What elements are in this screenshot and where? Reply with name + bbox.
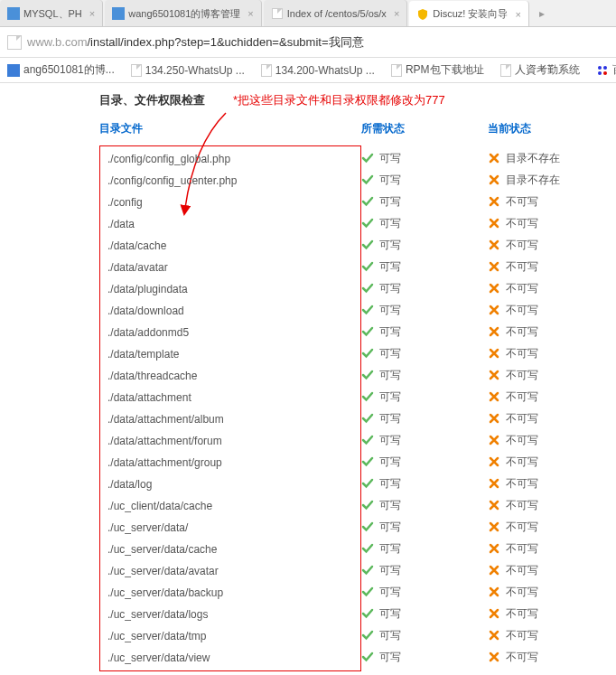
url-text[interactable]: www.b.com/install/index.php?step=1&uchid… — [27, 34, 364, 51]
bookmark-item[interactable]: RPM包下载地址 — [391, 62, 484, 78]
hint-text: *把这些目录文件和目录权限都修改为777 — [233, 92, 445, 108]
cell-path: ./data/attachment/group — [100, 456, 360, 469]
status-text: 可写 — [379, 563, 401, 578]
tab-label: Discuz! 安装向导 — [433, 7, 508, 21]
tab-label: MYSQL、PH — [23, 7, 82, 21]
cell-current: 不可写 — [488, 585, 596, 600]
status-text: 可写 — [379, 151, 401, 166]
browser-tab[interactable]: wang6501081的博客管理× — [105, 0, 262, 27]
check-icon — [361, 282, 374, 295]
cross-icon — [488, 542, 500, 555]
status-text: 不可写 — [506, 194, 538, 210]
cross-icon — [488, 282, 500, 295]
check-icon — [361, 499, 374, 511]
status-text: 可写 — [379, 194, 401, 210]
browser-tab[interactable]: Discuz! 安装向导× — [409, 1, 529, 27]
bookmark-item[interactable]: 人資考勤系统 — [500, 62, 580, 78]
new-tab-button[interactable]: ▸ — [531, 0, 553, 26]
cross-icon — [488, 607, 500, 620]
status-text: 目录不存在 — [506, 173, 560, 188]
status-text: 可写 — [379, 368, 401, 383]
cell-current: 目录不存在 — [488, 173, 596, 188]
check-icon — [361, 173, 374, 186]
address-bar: www.b.com/install/index.php?step=1&uchid… — [0, 27, 616, 58]
status-text: 不可写 — [506, 628, 538, 643]
check-icon — [361, 325, 374, 338]
table-row: ./data/attachment — [100, 387, 360, 408]
bookmark-item[interactable]: 134.250-WhatsUp ... — [131, 64, 245, 77]
status-text: 可写 — [379, 541, 401, 557]
cell-required: 可写 — [361, 389, 488, 405]
page-content: 目录、文件权限检查 *把这些目录文件和目录权限都修改为777 目录文件 所需状态… — [0, 83, 616, 675]
check-icon — [361, 586, 374, 598]
close-icon[interactable]: × — [394, 8, 399, 19]
bookmark-item[interactable]: ang6501081的博... — [7, 62, 115, 78]
browser-tab[interactable]: MYSQL、PH× — [0, 0, 103, 27]
cross-icon — [488, 564, 500, 577]
cross-icon — [488, 629, 500, 642]
bookmark-label: 人資考勤系统 — [515, 62, 580, 78]
status-text: 不可写 — [506, 259, 538, 275]
status-text: 可写 — [379, 281, 401, 296]
close-icon[interactable]: × — [89, 8, 95, 19]
check-icon — [361, 564, 374, 577]
cross-icon — [488, 369, 500, 381]
table-row: 可写不可写 — [361, 581, 596, 603]
cross-icon — [488, 434, 500, 446]
table-row: ./uc_server/data/ — [100, 517, 360, 539]
bookmark-item[interactable]: 134.200-WhatsUp ... — [261, 64, 375, 77]
header-col-required: 所需状态 — [361, 121, 488, 136]
table-row: ./uc_server/data/cache — [100, 539, 360, 560]
check-icon — [361, 152, 374, 164]
table-row: ./uc_client/data/cache — [100, 495, 360, 517]
close-icon[interactable]: × — [515, 9, 520, 20]
tab-label: wang6501081的博客管理 — [128, 7, 240, 21]
cell-required: 可写 — [361, 216, 488, 231]
cell-required: 可写 — [361, 346, 488, 361]
cell-path: ./data/plugindata — [100, 283, 360, 295]
cell-path: ./data/download — [100, 305, 360, 317]
status-text: 不可写 — [506, 541, 538, 557]
cell-path: ./uc_server/data/logs — [100, 608, 360, 621]
table-row: 可写不可写 — [361, 321, 596, 342]
table-row: 可写不可写 — [361, 191, 596, 212]
status-text: 不可写 — [506, 238, 538, 253]
cross-icon — [488, 304, 500, 316]
shield-icon — [416, 8, 429, 21]
table-row: 可写不可写 — [361, 342, 596, 364]
table-row: ./data/plugindata — [100, 278, 360, 300]
check-icon — [361, 304, 374, 316]
cell-path: ./config — [100, 196, 360, 209]
page-icon — [271, 7, 284, 20]
table-row: ./data/addonmd5 — [100, 322, 360, 343]
site-icon — [7, 64, 20, 77]
close-icon[interactable]: × — [247, 8, 253, 19]
status-text: 可写 — [379, 606, 401, 622]
status-text: 不可写 — [506, 606, 538, 622]
table-row: 可写不可写 — [361, 603, 596, 624]
status-text: 可写 — [379, 259, 401, 275]
status-text: 不可写 — [506, 324, 538, 340]
status-text: 可写 — [379, 238, 401, 253]
check-icon — [361, 390, 374, 403]
status-text: 可写 — [379, 498, 401, 513]
page-icon — [131, 64, 142, 77]
table-row: 可写不可写 — [361, 624, 596, 646]
status-text: 可写 — [379, 324, 401, 340]
cell-current: 不可写 — [488, 281, 596, 296]
baidu-icon — [596, 64, 609, 77]
site-icon — [112, 7, 125, 20]
cell-required: 可写 — [361, 498, 488, 513]
page-icon — [261, 64, 272, 77]
cell-current: 不可写 — [488, 389, 596, 405]
cross-icon — [488, 390, 500, 403]
table-row: ./data/threadcache — [100, 365, 360, 387]
table-row: ./uc_server/data/logs — [100, 604, 360, 625]
table-row: ./data/log — [100, 473, 360, 495]
check-icon — [361, 520, 374, 533]
bookmark-item[interactable]: 百度 — [596, 62, 616, 78]
check-icon — [361, 217, 374, 230]
bookmark-label: 134.200-WhatsUp ... — [275, 64, 375, 77]
cell-current: 不可写 — [488, 563, 596, 578]
browser-tab[interactable]: Index of /centos/5/os/x× — [264, 0, 408, 27]
